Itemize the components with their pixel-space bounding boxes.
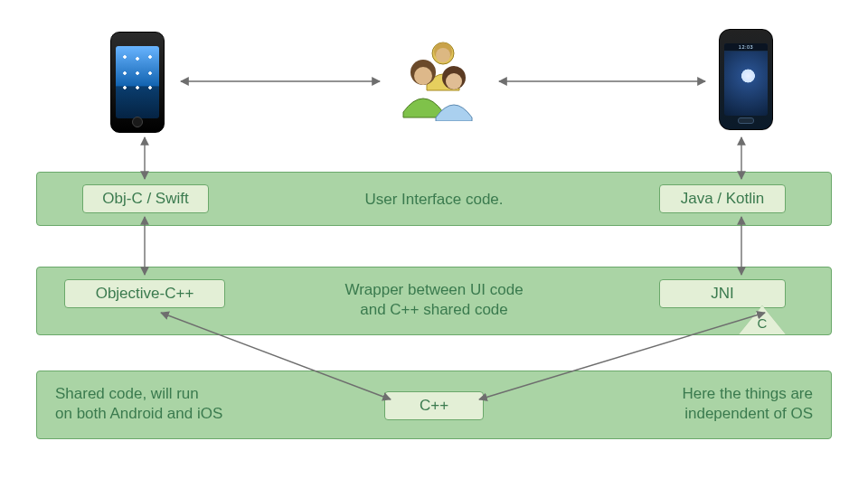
triangle-c: C bbox=[739, 305, 786, 334]
svg-point-6 bbox=[446, 73, 462, 89]
iphone-icon bbox=[110, 32, 165, 133]
android-phone-icon bbox=[719, 29, 773, 130]
box-cpp: C++ bbox=[384, 391, 484, 420]
caption-shared-left-line1: Shared code, will run bbox=[55, 384, 222, 404]
diagram-stage: Obj-C / Swift User Interface code. Java … bbox=[0, 0, 868, 488]
caption-shared-right-line2: independent of OS bbox=[682, 404, 813, 424]
users-icon bbox=[394, 38, 481, 121]
caption-shared-right: Here the things are independent of OS bbox=[682, 384, 813, 424]
caption-shared-left-line2: on both Android and iOS bbox=[55, 404, 222, 424]
triangle-c-label: C bbox=[755, 315, 769, 331]
caption-shared-left: Shared code, will run on both Android an… bbox=[55, 384, 222, 424]
layer-shared: Shared code, will run on both Android an… bbox=[36, 371, 832, 439]
svg-point-2 bbox=[436, 48, 450, 62]
layer-ui: Obj-C / Swift User Interface code. Java … bbox=[36, 172, 832, 226]
box-java-kotlin: Java / Kotlin bbox=[659, 184, 786, 213]
layer-wrapper: Objective-C++ Wrapper between UI code an… bbox=[36, 267, 832, 335]
svg-point-4 bbox=[414, 67, 432, 85]
box-jni: JNI bbox=[659, 279, 786, 308]
caption-shared-right-line1: Here the things are bbox=[682, 384, 813, 404]
